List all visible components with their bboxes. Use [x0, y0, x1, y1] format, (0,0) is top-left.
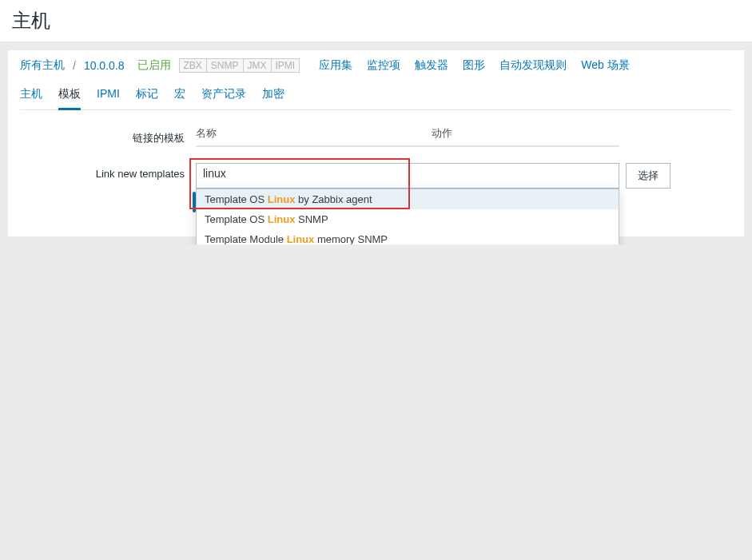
badge-ipmi: IPMI	[272, 58, 300, 73]
link-web[interactable]: Web 场景	[581, 58, 629, 73]
top-links: 应用集 监控项 触发器 图形 自动发现规则 Web 场景	[319, 58, 629, 73]
link-graphs[interactable]: 图形	[463, 58, 485, 73]
tab-row: 主机 模板 IPMI 标记 宏 资产记录 加密	[20, 82, 732, 110]
dropdown-item-pre: Template Module	[205, 233, 287, 244]
dropdown-item[interactable]: Template OS Linux by Zabbix agent	[197, 189, 619, 209]
breadcrumb-all-hosts[interactable]: 所有主机	[20, 58, 65, 73]
status-enabled: 已启用	[137, 58, 171, 73]
page-title: 主机	[12, 8, 740, 34]
link-new-templates-row: Link new templates Template OS Linux by …	[20, 163, 732, 189]
breadcrumb-row: 所有主机 / 10.0.0.8 已启用 ZBX SNMP JMX IPMI 应用…	[20, 58, 732, 82]
tab-inventory[interactable]: 资产记录	[201, 82, 246, 109]
dropdown-item-pre: Template OS	[205, 193, 268, 205]
page-header: 主机	[0, 0, 752, 42]
dropdown-item[interactable]: Template Module Linux memory SNMP	[197, 229, 619, 244]
dropdown-item-post: SNMP	[295, 213, 328, 225]
link-applications[interactable]: 应用集	[319, 58, 352, 73]
linked-templates-table-head: 名称 动作	[196, 126, 619, 147]
dropdown-item-highlight: Linux	[287, 233, 315, 244]
content-panel: 所有主机 / 10.0.0.8 已启用 ZBX SNMP JMX IPMI 应用…	[8, 50, 744, 236]
link-discovery[interactable]: 自动发现规则	[499, 58, 567, 73]
tab-host[interactable]: 主机	[20, 82, 42, 109]
badge-snmp: SNMP	[207, 58, 244, 73]
col-action: 动作	[432, 126, 452, 141]
dropdown-item-post: memory SNMP	[314, 233, 388, 244]
badge-zbx: ZBX	[179, 58, 207, 73]
tab-templates[interactable]: 模板	[58, 82, 81, 110]
select-button[interactable]: 选择	[626, 163, 670, 189]
dropdown-item[interactable]: Template OS Linux SNMP	[197, 209, 619, 229]
breadcrumb-host[interactable]: 10.0.0.8	[84, 59, 125, 72]
tab-tags[interactable]: 标记	[136, 82, 158, 109]
linked-templates-row: 链接的模板 名称 动作	[20, 126, 732, 147]
multiselect-wrap: Template OS Linux by Zabbix agentTemplat…	[196, 163, 619, 189]
tab-encryption[interactable]: 加密	[262, 82, 284, 109]
dropdown-item-highlight: Linux	[268, 193, 296, 205]
template-search-input[interactable]	[203, 167, 612, 180]
linked-templates-label: 链接的模板	[20, 126, 196, 145]
interface-badges: ZBX SNMP JMX IPMI	[179, 58, 300, 73]
tab-macros[interactable]: 宏	[174, 82, 185, 109]
breadcrumb-separator: /	[73, 59, 76, 72]
link-items[interactable]: 监控项	[367, 58, 400, 73]
col-name: 名称	[196, 126, 432, 141]
template-dropdown[interactable]: Template OS Linux by Zabbix agentTemplat…	[196, 189, 619, 244]
dropdown-item-highlight: Linux	[268, 213, 296, 225]
link-triggers[interactable]: 触发器	[415, 58, 448, 73]
badge-jmx: JMX	[244, 58, 272, 73]
link-new-templates-label: Link new templates	[20, 163, 196, 180]
tab-ipmi[interactable]: IPMI	[97, 82, 120, 109]
template-multiselect[interactable]	[196, 163, 619, 189]
dropdown-item-pre: Template OS	[205, 213, 268, 225]
dropdown-item-post: by Zabbix agent	[295, 193, 372, 205]
